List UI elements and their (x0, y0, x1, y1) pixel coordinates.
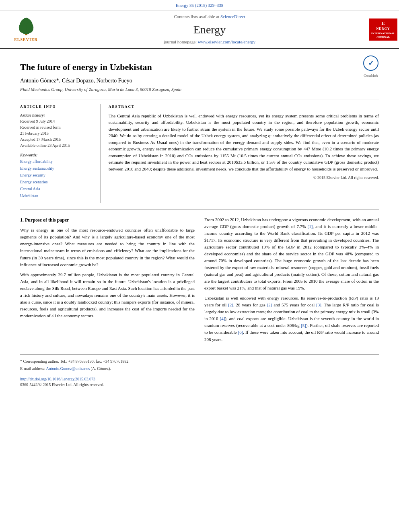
history-label: Article history: (20, 113, 94, 118)
section1-para1: Why is energy in one of the most resourc… (20, 227, 195, 268)
section1-title: 1. Purpose of this paper (20, 216, 195, 224)
crossmark-icon: ✓ (363, 55, 379, 71)
abstract-text: The Central Asia republic of Uzbekistan … (109, 113, 379, 181)
contents-line: Contents lists available at ScienceDirec… (174, 14, 245, 20)
footer-email[interactable]: Antonio.Gomez@unizar.es (46, 366, 90, 371)
that-word: that (255, 286, 262, 290)
elsevier-tree-icon (14, 16, 38, 36)
ref-3[interactable]: [3] (316, 302, 321, 307)
body-right-column: From 2002 to 2012, Uzbekistan has underg… (204, 216, 379, 346)
ref-2a[interactable]: [2] (228, 302, 233, 307)
homepage-line: journal homepage: www.elsevier.com/locat… (164, 39, 255, 45)
journal-center: Contents lists available at ScienceDirec… (52, 10, 367, 48)
citation-text: Energy 85 (2015) 329–338 (176, 3, 224, 8)
keywords-label: Keywords: (20, 152, 94, 158)
ref-5[interactable]: [5] (301, 323, 306, 328)
authors: Antonio Gómez*, César Dopazo, Norberto F… (20, 77, 181, 85)
keyword-1: Energy affordability (20, 158, 94, 165)
body-left-column: 1. Purpose of this paper Why is energy i… (20, 216, 195, 346)
received-revised-date: 21 February 2015 (20, 130, 94, 136)
section-divider (20, 210, 379, 210)
keywords-list: Energy affordability Energy sustainabili… (20, 158, 94, 199)
keywords-group: Keywords: Energy affordability Energy su… (20, 152, 94, 199)
affiliation: Fluid Mechanics Group, University of Zar… (20, 86, 181, 92)
email-prefix: E-mail address: (20, 366, 45, 371)
section1-right-para2: Uzbekistan is well endowed with energy r… (204, 295, 379, 343)
article-info: Article Info Article history: Received 9… (20, 104, 101, 203)
ref-2b[interactable]: [2] (267, 302, 272, 307)
ref-1[interactable]: [1] (308, 224, 313, 229)
homepage-url[interactable]: www.elsevier.com/locate/energy (198, 39, 255, 44)
section1-right-para1: From 2002 to 2012, Uzbekistan has underg… (204, 216, 379, 292)
journal-title: Energy (193, 22, 226, 37)
body-columns: 1. Purpose of this paper Why is energy i… (20, 216, 379, 346)
top-citation-bar: Energy 85 (2015) 329–338 (0, 0, 399, 10)
svg-point-3 (26, 23, 33, 33)
article-info-heading: Article Info (20, 104, 94, 109)
energy-badge: E NERGY INTERNATIONAL JOURNAL (369, 18, 397, 41)
journal-header: ELSEVIER Contents lists available at Sci… (0, 10, 399, 49)
abstract-section: Abstract The Central Asia republic of Uz… (109, 104, 379, 203)
keyword-6: Uzbekistan (20, 192, 94, 199)
keyword-2: Energy sustainability (20, 165, 94, 172)
crossmark-section: ✓ CrossMark (363, 55, 379, 78)
ref-4[interactable]: [4] (220, 316, 225, 321)
received-revised-label: Received in revised form (20, 124, 94, 130)
sciencedirect-link[interactable]: ScienceDirect (220, 14, 245, 19)
abstract-heading: Abstract (109, 104, 379, 109)
keyword-4: Energy scenarios (20, 179, 94, 185)
abstract-copyright: © 2015 Elsevier Ltd. All rights reserved… (109, 175, 379, 181)
abstract-body: The Central Asia republic of Uzbekistan … (109, 113, 379, 173)
footer-note-text: * Corresponding author. Tel.: +34 876555… (20, 359, 130, 364)
section1-para2: With approximately 29.7 million people, … (20, 271, 195, 319)
svg-text:✓: ✓ (368, 59, 374, 67)
main-content: The future of energy in Uzbekistan Anton… (0, 49, 399, 395)
paper-title: The future of energy in Uzbekistan (20, 61, 181, 74)
svg-point-2 (19, 23, 26, 33)
elsevier-label: ELSEVIER (14, 37, 38, 43)
footer-note: * Corresponding author. Tel.: +34 876555… (20, 359, 379, 364)
article-info-abstract: Article Info Article history: Received 9… (20, 99, 379, 203)
accepted-date: Accepted 17 March 2015 (20, 136, 94, 142)
email-suffix: (A. Gómez). (91, 366, 111, 371)
keyword-5: Central Asia (20, 185, 94, 192)
footer-issn: 0360-5442/© 2015 Elsevier Ltd. All right… (20, 382, 379, 388)
footer-email-line: E-mail address: Antonio.Gomez@unizar.es … (20, 366, 379, 372)
ref-6[interactable]: [6] (238, 330, 243, 335)
svg-point-4 (23, 18, 29, 24)
footer-doi[interactable]: http://dx.doi.org/10.1016/j.energy.2015.… (20, 376, 379, 382)
elsevier-logo-section: ELSEVIER (0, 10, 52, 48)
journal-badge-section: E NERGY INTERNATIONAL JOURNAL (367, 10, 399, 48)
footer-section: * Corresponding author. Tel.: +34 876555… (20, 354, 379, 388)
article-history: Article history: Received 9 July 2014 Re… (20, 113, 94, 148)
keyword-3: Energy security (20, 172, 94, 179)
available-date: Available online 23 April 2015 (20, 142, 94, 148)
received-date: Received 9 July 2014 (20, 118, 94, 124)
